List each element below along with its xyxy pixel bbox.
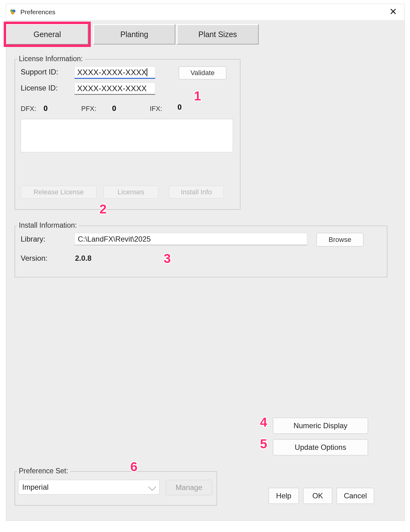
numeric-display-button[interactable]: Numeric Display — [273, 418, 368, 434]
input-value: C:\LandFX\Revit\2025 — [78, 235, 151, 243]
tab-general[interactable]: General — [6, 24, 88, 44]
callout-5: 5 — [260, 437, 267, 451]
browse-button[interactable]: Browse — [316, 233, 363, 247]
tab-label: General — [34, 30, 61, 39]
button-label: Release License — [34, 188, 84, 196]
ok-button[interactable]: OK — [303, 488, 332, 504]
pfx-label: PFX: — [81, 105, 96, 113]
button-label: Validate — [190, 69, 215, 77]
tab-planting[interactable]: Planting — [93, 24, 175, 44]
button-label: Help — [276, 492, 291, 500]
release-license-button[interactable]: Release License — [21, 186, 97, 199]
select-value: Imperial — [22, 483, 48, 492]
button-label: Browse — [328, 236, 351, 244]
license-message-box — [21, 119, 233, 152]
cancel-button[interactable]: Cancel — [337, 488, 374, 504]
input-value: XXXX-XXXX-XXXX — [77, 68, 147, 77]
button-label: Licenses — [118, 188, 144, 196]
group-title: License Information: — [17, 55, 85, 63]
button-label: Update Options — [295, 443, 346, 452]
pfx-value: 0 — [112, 104, 116, 113]
window-title: Preferences — [20, 8, 55, 16]
preference-set-select[interactable]: Imperial — [18, 480, 160, 495]
callout-4: 4 — [260, 415, 267, 430]
button-label: Numeric Display — [294, 421, 348, 430]
ifx-label: IFX: — [150, 105, 162, 113]
caret-icon — [147, 68, 147, 76]
tab-label: Plant Sizes — [198, 30, 237, 39]
support-id-input[interactable]: XXXX-XXXX-XXXX — [74, 66, 155, 79]
svg-point-2 — [11, 11, 14, 15]
button-label: Cancel — [344, 492, 367, 500]
license-id-input[interactable]: XXXX-XXXX-XXXX — [74, 82, 155, 95]
version-value: 2.0.8 — [75, 254, 91, 263]
tab-plant-sizes[interactable]: Plant Sizes — [177, 24, 259, 44]
manage-button[interactable]: Manage — [166, 480, 212, 495]
app-icon — [9, 8, 17, 16]
install-info-button[interactable]: Install Info — [169, 186, 224, 199]
tab-label: Planting — [120, 30, 148, 39]
button-label: OK — [312, 492, 323, 500]
ifx-value: 0 — [178, 103, 182, 112]
titlebar: Preferences ✕ — [6, 4, 404, 20]
dfx-value: 0 — [44, 104, 48, 113]
group-title: Install Information: — [17, 221, 79, 230]
licenses-button[interactable]: Licenses — [103, 186, 158, 199]
button-label: Install Info — [181, 188, 212, 196]
tab-bar: General Planting Plant Sizes — [6, 24, 259, 44]
license-info-group: License Information: Support ID: XXXX-XX… — [15, 59, 241, 210]
library-label: Library: — [21, 235, 45, 243]
content-area: General Planting Plant Sizes License Inf… — [6, 20, 404, 521]
group-title: Preference Set: — [17, 467, 70, 475]
library-path-input[interactable]: C:\LandFX\Revit\2025 — [74, 233, 307, 245]
input-value: XXXX-XXXX-XXXX — [77, 84, 147, 93]
install-info-group: Install Information: Library: C:\LandFX\… — [15, 226, 387, 277]
chevron-down-icon — [148, 483, 156, 491]
support-id-label: Support ID: — [21, 68, 58, 76]
help-button[interactable]: Help — [269, 488, 299, 504]
preferences-dialog: Preferences ✕ General Planting Plant Siz… — [6, 4, 405, 521]
close-icon[interactable]: ✕ — [386, 6, 400, 17]
dfx-label: DFX: — [21, 105, 36, 113]
license-id-label: License ID: — [21, 84, 58, 92]
preference-set-group: Preference Set: Imperial Manage — [15, 471, 217, 506]
version-label: Version: — [21, 254, 48, 263]
update-options-button[interactable]: Update Options — [273, 439, 368, 455]
validate-button[interactable]: Validate — [179, 66, 226, 79]
button-label: Manage — [176, 483, 203, 492]
